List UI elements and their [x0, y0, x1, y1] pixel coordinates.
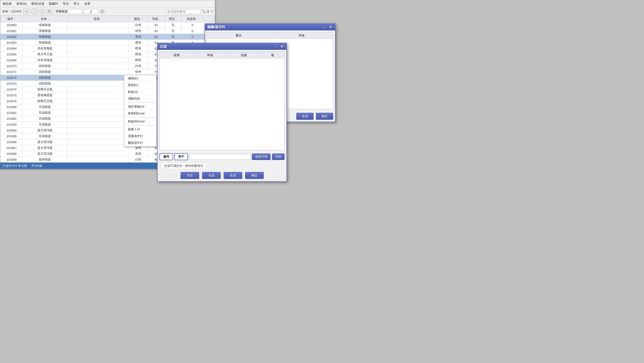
context-menu-item[interactable]: 克隆选中行 [124, 133, 156, 140]
menu-item-import[interactable]: 导入 [72, 1, 80, 6]
total-count: 共553条 [31, 164, 42, 168]
cell-name: 纵横无忌盔 [23, 86, 67, 92]
sort-btn[interactable]: ↕ [40, 9, 44, 14]
cell-bind: 无 [164, 22, 181, 28]
menu-item-filter[interactable]: 查找/过滤 [30, 1, 45, 6]
search-input[interactable] [166, 9, 201, 14]
cell-name: 赤炎龙魄盔 [23, 46, 67, 52]
num-input[interactable] [84, 9, 98, 14]
menu-item-save[interactable]: 保存(S) [16, 1, 27, 6]
cell-desc [67, 98, 128, 104]
header-id[interactable]: 编号 ↕ [0, 16, 23, 22]
header-valid[interactable]: 有效期 ↕ [182, 16, 204, 22]
context-menu-item[interactable]: 粘贴(V) [124, 89, 156, 96]
table-row[interactable]: 101661 情殇银盔 绿色 61 无 0 [0, 28, 215, 34]
cell-desc [67, 92, 128, 98]
clear-btn[interactable]: ✕ [100, 9, 104, 14]
filter-close-btn[interactable]: ✕ [280, 45, 284, 48]
filter-bottom-bar: 编号 等于 选择日期 添加 [158, 152, 286, 162]
edit-btn[interactable]: ✎ [46, 9, 52, 14]
cell-id: 101674 [0, 86, 23, 92]
toolbar: 名称：101662 ＋ － ↕ ✎ ✕ 🔍 ⬇ ▽ [0, 8, 215, 16]
cell-id: 101673 [0, 81, 23, 86]
cell-desc [67, 139, 128, 145]
context-menu-item[interactable]: 清除内容 [124, 96, 156, 102]
filter-value-input[interactable] [190, 154, 250, 160]
filter-minimize-btn[interactable]: － [273, 45, 278, 48]
remove-row-btn[interactable]: － [31, 9, 38, 14]
filter-compare-btn[interactable]: 等于 [174, 153, 188, 160]
context-menu-item[interactable]: 编辑(E) [124, 75, 156, 82]
cell-id: 101666 [0, 57, 23, 63]
search-down-btn[interactable]: ⬇ [207, 10, 210, 13]
cell-id: 101664 [0, 46, 23, 52]
cell-name: 百战银盔 [23, 104, 67, 110]
context-menu-item[interactable]: 复制到Excel [124, 110, 156, 117]
table-row[interactable]: 101660 情殇银盔 白色 61 无 0 [0, 22, 215, 28]
header-desc[interactable]: 描述 ↕ [67, 16, 128, 22]
cell-name: 纵横无忌盔 [23, 98, 67, 104]
cell-desc [67, 34, 128, 40]
cell-desc [67, 151, 128, 157]
menu-item-table[interactable]: 物品表 [2, 1, 13, 6]
filter-add-btn[interactable]: 添加 [272, 154, 284, 160]
filter-date-btn[interactable]: 选择日期 [252, 154, 270, 160]
filter-table-area: 应用 列名 比较 值 [160, 52, 284, 150]
menu-item-hidecol[interactable]: 隐藏列 [48, 1, 59, 6]
context-menu-item[interactable]: 复制(C) [124, 82, 156, 89]
selected-count: 已选中24个单元格 [2, 164, 27, 168]
header-level[interactable]: 等级 ↕ [148, 16, 164, 22]
cell-id: 101688 [0, 151, 23, 157]
filter-selectall-btn[interactable]: 全选 [202, 172, 221, 179]
cell-color: 蓝色 [128, 34, 148, 40]
filter-ok-btn[interactable]: 确定 [245, 172, 264, 179]
name-label: 名称：101662 [2, 9, 21, 14]
filter-clear-btn[interactable]: 清空 [180, 172, 199, 179]
cell-id: 101690 [0, 157, 23, 162]
cell-id: 101665 [0, 52, 23, 57]
cell-bind: 无 [164, 28, 181, 34]
cell-name: 凶陷银盔 [23, 69, 67, 75]
hideshow-ok-btn[interactable]: 确定 [316, 113, 333, 120]
cell-id: 101681 [0, 110, 23, 116]
context-menu-item[interactable]: 新建 1 行 [124, 126, 156, 133]
cell-name: 盘古混沌盔 [23, 145, 67, 151]
cell-name: 情殇银盔 [23, 34, 67, 40]
filter-header-compare: 比较 [227, 52, 261, 58]
hideshow-invert-btn[interactable]: 反选 [296, 113, 314, 120]
filter-hint-area: 过滤不满足任一条件的数据行 [158, 162, 286, 170]
field-input[interactable] [54, 9, 82, 14]
header-color[interactable]: 颜色 ↕ [128, 16, 148, 22]
menu-item-export[interactable]: 导出 [62, 1, 70, 6]
table-row[interactable]: 101662 情殇银盔 蓝色 61 无 0 [0, 34, 215, 40]
search-filter-btn[interactable]: ▽ [210, 10, 213, 13]
filter-field-btn[interactable]: 编号 [160, 153, 173, 160]
cell-desc [67, 46, 128, 52]
cell-name: 百战银盔 [23, 116, 67, 122]
menu-item-fullscreen[interactable]: 全屏 [83, 1, 91, 6]
context-menu-item[interactable]: 删除选中行 [124, 140, 156, 146]
cell-color: 白色 [128, 63, 148, 69]
hideshow-close-btn[interactable]: ✕ [328, 25, 333, 29]
header-name[interactable]: 名称 ↕ [23, 16, 67, 22]
hideshow-header-show: 显示 [207, 32, 270, 39]
cell-color: 绿色 [128, 28, 148, 34]
cell-id: 101663 [0, 40, 23, 46]
cell-desc [67, 40, 128, 46]
cell-desc [67, 157, 128, 162]
cell-level: 61 [148, 28, 164, 34]
context-menu-item[interactable]: 粘贴自Excel [124, 118, 156, 125]
filter-invert-btn[interactable]: 反选 [224, 172, 242, 179]
cell-level: 61 [148, 22, 164, 28]
header-bind[interactable]: 绑定 ↕ [164, 16, 181, 22]
cell-desc [67, 63, 128, 69]
header-extra [204, 16, 215, 22]
filter-header-apply: 应用 [160, 52, 194, 58]
cell-id: 101662 [0, 34, 23, 40]
search-btn[interactable]: 🔍 [202, 10, 206, 13]
context-menu-item[interactable]: 选区替换(H) [124, 104, 156, 110]
filter-dialog-controls: － ✕ [273, 45, 284, 48]
add-row-btn[interactable]: ＋ [23, 9, 30, 14]
hideshow-minimize-btn[interactable]: － [321, 25, 326, 29]
cell-name: 情殇银盔 [23, 22, 67, 28]
